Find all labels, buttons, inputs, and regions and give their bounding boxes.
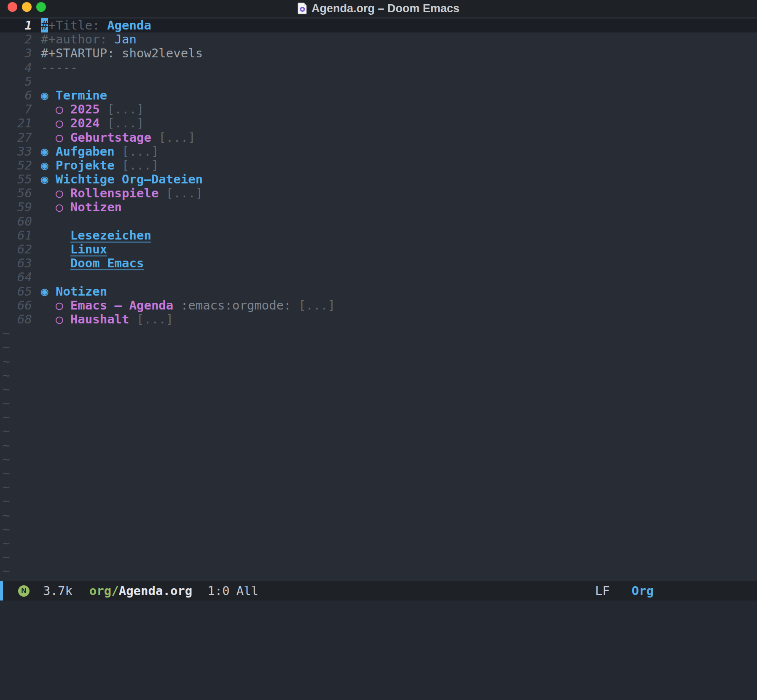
editor-buffer[interactable]: 1#+Title: Agenda2#+author: Jan3#+STARTUP… <box>0 17 757 581</box>
buffer-line[interactable]: 3#+STARTUP: show2levels <box>0 46 757 60</box>
buffer-line[interactable]: 66 ○ Emacs – Agenda :emacs:orgmode: [...… <box>0 299 757 312</box>
buffer-line[interactable]: 59 ○ Notizen <box>0 200 757 214</box>
text <box>158 186 166 200</box>
echo-area[interactable] <box>0 600 757 700</box>
minimize-button[interactable] <box>22 2 32 12</box>
line-content <box>38 75 41 89</box>
org-level2-bullet-icon: ○ <box>56 102 70 116</box>
text <box>41 186 56 200</box>
buffer-path[interactable]: org/Agenda.org <box>89 584 192 598</box>
buffer-line[interactable]: 55◉ Wichtige Org–Dateien <box>0 172 757 186</box>
line-content: ○ Haushalt [...] <box>38 312 173 326</box>
line-content: ○ Emacs – Agenda :emacs:orgmode: [...] <box>38 299 335 312</box>
line-content: #+Title: Agenda <box>38 19 151 32</box>
org-link[interactable]: Lesezeichen <box>70 228 151 242</box>
buffer-file-name: Agenda.org <box>119 584 193 598</box>
org-level1-heading: Notizen <box>56 284 107 299</box>
org-level1-heading: Projekte <box>56 158 115 172</box>
org-level1-bullet-icon: ◉ <box>41 144 56 159</box>
window-title: Agenda.org – Doom Emacs <box>311 2 459 15</box>
line-number: 60 <box>0 215 38 229</box>
line-number: 68 <box>0 312 38 326</box>
buffer-line[interactable]: 52◉ Projekte [...] <box>0 159 757 172</box>
buffer-line[interactable]: 56 ○ Rollenspiele [...] <box>0 186 757 200</box>
line-number: 66 <box>0 299 38 312</box>
eol-type: LF <box>595 584 610 598</box>
zoom-button[interactable] <box>36 2 46 12</box>
text <box>41 228 70 242</box>
buffer-line[interactable]: 21 ○ 2024 [...] <box>0 116 757 130</box>
empty-line-indicator: ~ <box>0 382 757 396</box>
buffer-line[interactable]: 61 Lesezeichen <box>0 229 757 242</box>
fold-ellipsis: [...] <box>298 298 335 312</box>
buffer-line[interactable]: 64 <box>0 270 757 284</box>
line-number: 52 <box>0 159 38 172</box>
buffer-line[interactable]: 68 ○ Haushalt [...] <box>0 312 757 326</box>
org-level2-heading: 2024 <box>70 116 100 130</box>
buffer-line[interactable]: 2#+author: Jan <box>0 32 757 46</box>
line-content: ○ 2025 [...] <box>38 102 144 116</box>
line-number: 7 <box>0 102 38 116</box>
major-mode[interactable]: Org <box>632 584 654 598</box>
line-content: ○ Notizen <box>38 200 122 214</box>
org-link[interactable]: Doom Emacs <box>70 256 144 270</box>
org-level2-bullet-icon: ○ <box>56 312 70 326</box>
buffer-line[interactable]: 5 <box>0 75 757 89</box>
text <box>115 144 122 159</box>
org-link[interactable]: Linux <box>70 242 107 256</box>
buffer-lines: 1#+Title: Agenda2#+author: Jan3#+STARTUP… <box>0 19 757 326</box>
fold-ellipsis: [...] <box>107 116 144 130</box>
buffer-line[interactable]: 60 <box>0 215 757 229</box>
line-number: 61 <box>0 229 38 242</box>
empty-line-indicator: ~ <box>0 340 757 354</box>
line-number: 27 <box>0 131 38 145</box>
line-content <box>38 215 41 229</box>
fold-ellipsis: [...] <box>122 144 158 159</box>
active-window-indicator-bar <box>0 581 3 600</box>
empty-line-indicator: ~ <box>0 536 757 550</box>
empty-line-indicator: ~ <box>0 439 757 452</box>
buffer-line[interactable]: 62 Linux <box>0 242 757 256</box>
empty-line-indicator: ~ <box>0 355 757 369</box>
cursor-position: 1:0 <box>207 584 229 598</box>
text <box>115 158 122 172</box>
line-number: 33 <box>0 145 38 159</box>
buffer-line[interactable]: 7 ○ 2025 [...] <box>0 102 757 116</box>
buffer-line[interactable]: 65◉ Notizen <box>0 285 757 299</box>
line-number: 2 <box>0 32 38 46</box>
text <box>100 102 107 116</box>
buffer-line[interactable]: 33◉ Aufgaben [...] <box>0 145 757 159</box>
buffer-line[interactable]: 27 ○ Geburtstage [...] <box>0 131 757 145</box>
buffer-line[interactable]: 1#+Title: Agenda <box>0 19 757 32</box>
cursor: # <box>41 18 48 32</box>
empty-line-indicator: ~ <box>0 466 757 480</box>
line-content: ○ Rollenspiele [...] <box>38 186 203 200</box>
line-content: Lesezeichen <box>38 229 151 242</box>
emacs-window: Agenda.org – Doom Emacs 1#+Title: Agenda… <box>0 0 757 700</box>
line-content: #+STARTUP: show2levels <box>38 46 203 60</box>
org-document-title: Agenda <box>107 18 151 32</box>
org-level1-heading: Wichtige Org–Dateien <box>56 172 203 186</box>
close-button[interactable] <box>8 2 17 12</box>
buffer-size: 3.7k <box>43 584 72 598</box>
line-content: Doom Emacs <box>38 256 144 270</box>
window-title-group: Agenda.org – Doom Emacs <box>298 2 459 15</box>
line-number: 65 <box>0 285 38 299</box>
org-keyword: +Title: <box>48 18 107 32</box>
line-number: 4 <box>0 61 38 75</box>
line-number: 63 <box>0 256 38 270</box>
buffer-line[interactable]: 4----- <box>0 61 757 75</box>
org-keyword: #+author: <box>41 32 115 46</box>
titlebar: Agenda.org – Doom Emacs <box>0 0 757 17</box>
line-number: 21 <box>0 116 38 130</box>
empty-line-indicator: ~ <box>0 424 757 438</box>
org-level2-bullet-icon: ○ <box>56 298 70 312</box>
fold-ellipsis: [...] <box>137 312 173 326</box>
modeline: N 3.7k org/Agenda.org 1:0 All LF Org <box>0 581 757 600</box>
buffer-line[interactable]: 6◉ Termine <box>0 89 757 102</box>
buffer-line[interactable]: 63 Doom Emacs <box>0 256 757 270</box>
text <box>41 116 56 130</box>
org-level2-bullet-icon: ○ <box>56 186 70 200</box>
document-icon <box>298 3 307 14</box>
fold-ellipsis: [...] <box>107 102 144 116</box>
